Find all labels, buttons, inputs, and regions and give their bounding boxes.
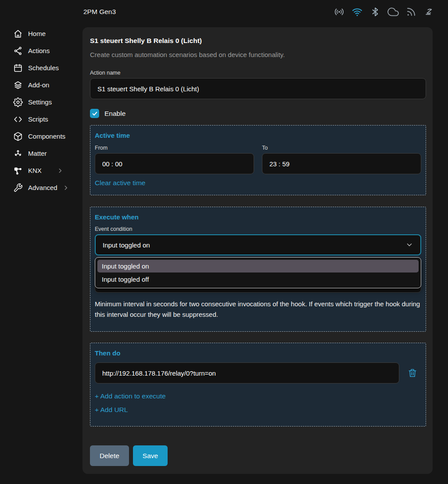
page-title: S1 steuert Shelly B Relais 0 (Licht) (90, 27, 426, 45)
event-condition-label: Event condition (95, 226, 421, 232)
status-icon-tray (333, 6, 435, 18)
to-time-input[interactable] (262, 153, 421, 174)
home-icon (13, 29, 23, 39)
sidebar: Home Actions Schedules (0, 24, 82, 484)
code-icon (13, 115, 23, 124)
enable-checkbox[interactable] (90, 109, 99, 118)
calendar-icon (13, 63, 23, 73)
button-row: Delete Save (90, 445, 426, 466)
wrench-icon (13, 183, 23, 193)
bluetooth-icon (369, 6, 381, 18)
sidebar-item-advanced[interactable]: Advanced (0, 179, 82, 196)
device-title: 2PM Gen3 (83, 8, 116, 16)
zigbee-icon (423, 6, 435, 18)
sidebar-item-label: Add-on (28, 81, 49, 89)
from-label: From (95, 145, 254, 151)
dropdown-option-input-toggled-on[interactable]: Input toggled on (97, 260, 419, 272)
execute-when-heading: Execute when (95, 213, 421, 221)
page-subtitle: Create custom automation scenarios based… (90, 51, 426, 58)
wifi-icon (351, 6, 363, 18)
sidebar-item-label: Matter (28, 150, 47, 157)
knx-icon (13, 166, 23, 176)
sidebar-item-home[interactable]: Home (0, 25, 82, 42)
ap-mode-icon (333, 6, 345, 18)
then-do-heading: Then do (95, 349, 421, 357)
sidebar-item-label: Settings (28, 98, 52, 106)
add-action-link[interactable]: + Add action to execute (95, 392, 421, 400)
sidebar-item-label: Actions (28, 47, 50, 54)
action-name-label: Action name (90, 70, 426, 76)
add-url-link[interactable]: + Add URL (95, 406, 421, 414)
clear-active-time-link[interactable]: Clear active time (95, 179, 145, 187)
event-condition-value: Input toggled on (103, 241, 150, 249)
sidebar-item-knx[interactable]: KNX (0, 162, 82, 179)
sidebar-item-label: Schedules (28, 64, 59, 72)
checkmark-icon (92, 111, 98, 117)
mqtt-icon (405, 6, 417, 18)
enable-row: Enable (90, 109, 426, 118)
event-condition-dropdown: Input toggled on Input toggled off (95, 257, 421, 288)
shelly-web-ui: 2PM Gen3 (0, 0, 448, 484)
url-row (95, 362, 421, 384)
matter-icon (13, 149, 23, 158)
then-do-section: Then do + Add action to execute + Add UR… (90, 343, 426, 427)
trash-icon (408, 368, 417, 378)
top-bar: 2PM Gen3 (0, 0, 448, 24)
sidebar-item-schedules[interactable]: Schedules (0, 59, 82, 76)
action-url-input[interactable] (95, 362, 399, 384)
sidebar-item-label: KNX (28, 167, 42, 174)
dropdown-zone: Input toggled on Input toggled off (95, 255, 421, 293)
layers-icon (13, 80, 23, 90)
sidebar-item-label: Home (28, 30, 46, 37)
sidebar-item-label: Advanced (28, 184, 57, 191)
sidebar-item-actions[interactable]: Actions (0, 42, 82, 59)
sidebar-item-components[interactable]: Components (0, 128, 82, 145)
chevron-down-icon (405, 241, 413, 249)
sidebar-item-addon[interactable]: Add-on (0, 76, 82, 93)
save-button[interactable]: Save (133, 445, 168, 466)
cloud-icon (387, 6, 399, 18)
sidebar-item-scripts[interactable]: Scripts (0, 111, 82, 128)
share-nodes-icon (13, 46, 23, 56)
chevron-right-icon (63, 185, 69, 191)
from-time-input[interactable] (95, 153, 254, 174)
active-time-heading: Active time (95, 132, 421, 139)
sidebar-item-label: Scripts (28, 115, 48, 123)
active-time-section: Active time From To Clear active time (90, 125, 426, 195)
sidebar-item-label: Components (28, 133, 65, 140)
action-editor-card: S1 steuert Shelly B Relais 0 (Licht) Cre… (82, 27, 433, 474)
to-label: To (262, 145, 421, 151)
dropdown-option-input-toggled-off[interactable]: Input toggled off (97, 273, 419, 286)
gear-icon (13, 97, 23, 107)
event-condition-select[interactable]: Input toggled on (95, 234, 421, 255)
action-name-input[interactable] (90, 78, 426, 99)
chevron-right-icon (57, 168, 63, 174)
sidebar-item-settings[interactable]: Settings (0, 93, 82, 111)
cube-icon (13, 132, 23, 141)
sidebar-item-matter[interactable]: Matter (0, 145, 82, 162)
execute-when-section: Execute when Event condition Input toggl… (90, 207, 426, 332)
enable-label: Enable (104, 110, 125, 118)
delete-url-button[interactable] (407, 367, 418, 379)
tolerance-hint-text: Minimum interval in seconds for two cons… (95, 299, 421, 320)
time-range-row: From To (95, 145, 421, 174)
delete-button[interactable]: Delete (90, 445, 129, 466)
